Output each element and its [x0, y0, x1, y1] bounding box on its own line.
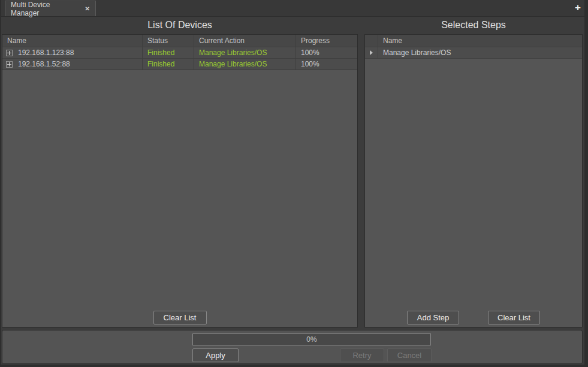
devices-clear-list-button[interactable]: Clear List [153, 311, 207, 324]
window-edge-right [584, 0, 588, 367]
device-action-cell: Manage Libraries/OS [194, 47, 296, 59]
steps-panel: Name Manage Libraries/OS Add Step Clear … [364, 34, 583, 327]
tab-multi-device-manager[interactable]: Multi Device Manager ✕ [5, 1, 96, 16]
device-status-cell: Finished [143, 59, 194, 70]
retry-button: Retry [340, 348, 384, 362]
steps-clear-list-button[interactable]: Clear List [488, 311, 540, 324]
step-name-cell: Manage Libraries/OS [378, 47, 582, 59]
step-expander-cell[interactable] [365, 47, 378, 59]
steps-panel-title: Selected Steps [364, 19, 583, 32]
window-edge-left [0, 0, 1, 367]
device-name-cell: 192.168.1.52:88 [2, 59, 143, 70]
column-header-current-action[interactable]: Current Action [194, 35, 296, 47]
window-edge-bottom [0, 365, 588, 367]
bottom-action-bar: 0% Apply Retry Cancel [2, 330, 583, 364]
device-progress-cell: 100% [296, 59, 357, 70]
apply-button[interactable]: Apply [192, 348, 239, 362]
device-status-cell: Finished [143, 47, 194, 59]
column-header-progress[interactable]: Progress [296, 35, 357, 47]
devices-panel-title: List Of Devices [2, 19, 358, 32]
cancel-button: Cancel [387, 348, 432, 362]
steps-table-header: Name [365, 35, 582, 47]
device-name-cell: 192.168.1.123:88 [2, 47, 143, 59]
device-name: 192.168.1.52:88 [18, 60, 70, 68]
expand-plus-icon[interactable] [6, 50, 13, 56]
tab-label: Multi Device Manager [11, 1, 80, 17]
column-header-name[interactable]: Name [2, 35, 143, 47]
devices-table-header: Name Status Current Action Progress [2, 35, 357, 47]
steps-panel-buttons: Add Step Clear List [365, 311, 582, 324]
multi-device-manager-window: Multi Device Manager ✕ + List Of Devices… [0, 0, 588, 367]
steps-expander-header-cell [365, 35, 378, 47]
device-action-cell: Manage Libraries/OS [194, 59, 296, 70]
close-tab-icon[interactable]: ✕ [85, 5, 90, 12]
add-tab-icon[interactable]: + [575, 2, 581, 14]
device-row[interactable]: 192.168.1.52:88 Finished Manage Librarie… [2, 59, 357, 70]
expand-arrow-icon [370, 50, 373, 55]
column-header-status[interactable]: Status [143, 35, 194, 47]
device-progress-cell: 100% [296, 47, 357, 59]
expand-plus-icon[interactable] [6, 61, 13, 68]
devices-panel-buttons: Clear List [2, 311, 357, 324]
tab-strip: Multi Device Manager ✕ + [0, 0, 588, 17]
device-name: 192.168.1.123:88 [18, 48, 74, 57]
add-step-button[interactable]: Add Step [407, 311, 459, 324]
overall-progress-bar: 0% [192, 333, 431, 345]
devices-panel: Name Status Current Action Progress 192.… [2, 34, 358, 327]
step-row[interactable]: Manage Libraries/OS [365, 47, 582, 59]
device-row[interactable]: 192.168.1.123:88 Finished Manage Librari… [2, 47, 357, 59]
column-header-step-name[interactable]: Name [378, 35, 582, 47]
